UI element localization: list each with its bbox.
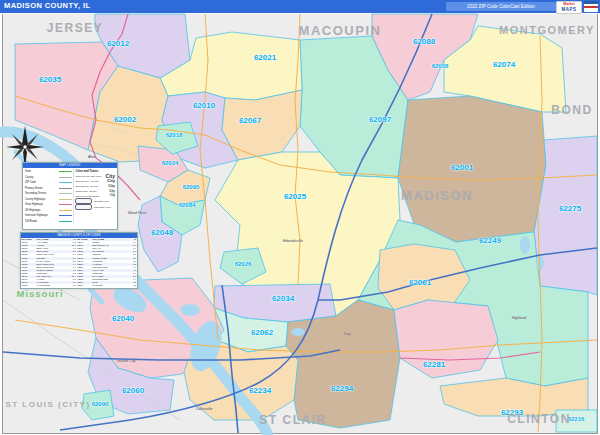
legend-line-symbols: StateCountyZIP CodePrimary StreetsSecond… xyxy=(23,168,73,224)
legend-line-sample xyxy=(59,188,72,189)
legend-item-label: Primary Streets xyxy=(25,187,58,190)
legend-item-label: Toll Roads xyxy=(25,220,58,223)
map-title: MADISON COUNTY, IL xyxy=(4,1,90,10)
zip-table-body: 62001ALHAMBRA1.262067MORO1.462002ALTON11… xyxy=(21,241,137,287)
legend-line-sample xyxy=(59,221,72,222)
legend-city-label: Cities 25,000 - 50,000 xyxy=(75,185,108,187)
legend-city-rows: Cities 100,000 and AboveCityCities 50,00… xyxy=(75,173,116,198)
legend-item-label: ZIP Code xyxy=(25,181,58,184)
zip-table-cell: 62058 xyxy=(21,284,36,287)
legend-line-sample xyxy=(59,177,72,178)
edition-label: 2022 ZIP Code ColorCast Edition xyxy=(446,2,556,11)
legend-shield-label: US & State Hwys xyxy=(94,206,111,208)
legend-line-sample xyxy=(59,199,72,200)
logo-badge xyxy=(584,1,598,12)
legend-item-label: County xyxy=(25,176,58,179)
map-legend: MAP LEGEND StateCountyZIP CodePrimary St… xyxy=(22,162,118,230)
zip-table-row: 62058LIVINGSTON0.562060MADISON1.5 xyxy=(21,284,137,287)
legend-item-label: Interstate Highways xyxy=(25,214,58,217)
title-bar: MADISON COUNTY, IL 2022 ZIP Code ColorCa… xyxy=(0,0,600,13)
zip-table-cell: MADISON xyxy=(92,284,123,287)
legend-shield-row: US & State Hwys xyxy=(75,204,116,210)
legend-city-label: Cities 5,000 - 25,000 xyxy=(75,190,109,192)
legend-item-label: US Highways xyxy=(25,209,58,212)
legend-line-sample xyxy=(59,215,72,216)
legend-line-sample xyxy=(59,171,72,172)
legend-line-sample xyxy=(59,210,72,211)
legend-item: Toll Roads xyxy=(25,219,72,225)
legend-city-label: Cities 5,000 and Below xyxy=(75,195,110,197)
legend-city-sample: City xyxy=(110,194,115,197)
zip-region-62061 xyxy=(378,244,470,310)
legend-cities: Cities and Towns Cities 100,000 and Abov… xyxy=(73,168,117,224)
legend-city-sample: City xyxy=(107,178,115,183)
zip-table-cell: LIVINGSTON xyxy=(36,284,66,287)
marketmaps-logo: Market MAPS xyxy=(556,1,582,14)
zip-region-62216 xyxy=(556,410,597,432)
legend-city-label: Cities 100,000 and Above xyxy=(75,175,105,177)
legend-line-sample xyxy=(59,204,72,205)
zip-table-cell: 0.5 xyxy=(66,284,76,287)
legend-item-label: State xyxy=(25,170,58,173)
legend-highway-shields: Interstate HwysUS & State Hwys xyxy=(75,198,116,210)
zip-table-cell: 62060 xyxy=(77,284,92,287)
legend-city-sample: City xyxy=(108,184,115,188)
logo-text-maps: MAPS xyxy=(557,7,581,12)
legend-line-sample xyxy=(59,193,72,194)
zip-region-62001 xyxy=(398,96,546,242)
legend-shield-label: Interstate Hwys xyxy=(94,200,109,202)
legend-line-sample xyxy=(59,182,72,183)
highway-shield-icon xyxy=(75,198,92,204)
legend-city-sample: City xyxy=(109,189,115,193)
zip-index-table: MADISON COUNTY, IL ZIP CODES ZIP CODECIT… xyxy=(20,232,138,289)
legend-city-label: Cities 50,000 - 100,000 xyxy=(75,180,107,182)
zip-table-cell: 1.5 xyxy=(123,284,137,287)
legend-item-label: County Highways xyxy=(25,198,58,201)
highway-shield-icon xyxy=(75,204,92,210)
legend-item-label: Secondary Streets xyxy=(25,192,58,195)
legend-item-label: State Highways xyxy=(25,203,58,206)
